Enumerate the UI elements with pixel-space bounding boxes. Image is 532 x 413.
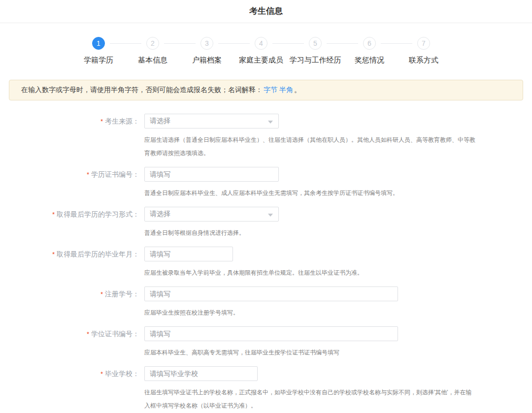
step-label: 联系方式 (409, 56, 438, 65)
warning-text: 在输入数字或字母时，请使用半角字符，否则可能会造成报名失败；名词解释： (21, 86, 263, 95)
field-label-wrap: *学位证书编号： (0, 326, 139, 359)
candidate-source-select[interactable]: 请选择 (144, 114, 279, 128)
stepper: 1 学籍学历 2 基本信息 3 户籍档案 4 家庭主要成员 5 学习与工作经历 … (71, 37, 532, 65)
degree-certificate-number-input[interactable] (144, 326, 398, 341)
field-label-wrap: *学历证书编号： (0, 167, 139, 200)
diploma-certificate-number-input[interactable] (144, 167, 279, 182)
stepper-step-rewards-punishments[interactable]: 6 奖惩情况 (342, 37, 397, 65)
field-label: 取得最后学历的学习形式： (57, 210, 139, 218)
step-label: 学习与工作经历 (290, 56, 341, 65)
chevron-down-icon (268, 121, 273, 124)
step-number-badge: 4 (255, 37, 267, 50)
page-title: 考生信息 (0, 0, 532, 23)
last-education-graduation-date-input[interactable] (144, 247, 233, 261)
step-label: 学籍学历 (84, 56, 113, 65)
field-label: 毕业学校： (105, 370, 139, 378)
stepper-step-family-members[interactable]: 4 家庭主要成员 (234, 37, 288, 65)
field-label: 取得最后学历的毕业年月： (57, 250, 139, 258)
step-label: 基本信息 (138, 56, 167, 65)
field-help-text: 往届生填写毕业证书上的学校名称，正式报名中，如毕业学校中没有自己的学校或学校名称… (144, 386, 475, 413)
step-number-badge: 2 (146, 37, 159, 50)
step-number-badge: 3 (200, 37, 213, 50)
field-label: 学历证书编号： (91, 170, 139, 178)
field-help-text: 应届生请选择（普通全日制应届本科毕业生）、往届生请选择（其他在职人员）。其他人员… (144, 133, 475, 160)
warning-text-period: 。 (294, 86, 301, 95)
last-education-study-form-field: *取得最后学历的学习形式： 请选择 普通全日制等根据自身情况进行选择。 (0, 207, 532, 240)
required-asterisk: * (100, 370, 103, 378)
graduation-school-field: *毕业学校： 往届生填写毕业证书上的学校名称，正式报名中，如毕业学校中没有自己的… (0, 366, 532, 413)
required-asterisk: * (87, 330, 89, 338)
required-asterisk: * (52, 251, 55, 258)
required-asterisk: * (52, 211, 55, 218)
field-help-text: 普通全日制应届本科毕业生、成人应届本科毕业生无需填写，其余考生按学历证书证书编号… (144, 187, 475, 200)
halfwidth-warning-banner: 在输入数字或字母时，请使用半角字符，否则可能会造成报名失败；名词解释： 字节 半… (9, 80, 523, 100)
step-label: 户籍档案 (192, 56, 222, 65)
diploma-certificate-number-field: *学历证书编号： 普通全日制应届本科毕业生、成人应届本科毕业生无需填写，其余考生… (0, 167, 532, 200)
field-label-wrap: *取得最后学历的毕业年月： (0, 247, 139, 280)
select-placeholder: 请选择 (150, 117, 170, 126)
stepper-step-student-status[interactable]: 1 学籍学历 (71, 37, 126, 65)
stepper-step-basic-info[interactable]: 2 基本信息 (126, 37, 180, 65)
step-number-badge: 1 (92, 37, 105, 50)
glossary-link-halfwidth[interactable]: 半角 (279, 86, 293, 95)
step-number-badge: 6 (363, 37, 376, 50)
step-number-badge: 5 (309, 37, 322, 50)
step-label: 家庭主要成员 (239, 56, 283, 65)
stepper-step-study-work-experience[interactable]: 5 学习与工作经历 (288, 37, 342, 65)
candidate-source-field: *考生来源： 请选择 应届生请选择（普通全日制应届本科毕业生）、往届生请选择（其… (0, 114, 532, 160)
step-number-badge: 7 (417, 37, 430, 50)
field-help-text: 应届本科毕业生、高职高专无需填写，往届毕业生按学位证书证书编号填写 (144, 346, 475, 359)
field-label: 考生来源： (105, 117, 139, 125)
field-help-text: 普通全日制等根据自身情况进行选择。 (144, 226, 475, 240)
registered-student-id-input[interactable] (144, 286, 398, 301)
required-asterisk: * (100, 290, 103, 298)
last-education-study-form-select[interactable]: 请选择 (144, 207, 279, 222)
chevron-down-icon (268, 214, 273, 217)
stepper-step-contact-info[interactable]: 7 联系方式 (397, 37, 451, 65)
field-label: 学位证书编号： (91, 330, 139, 338)
field-label: 注册学号： (105, 290, 139, 298)
field-help-text: 应届毕业生按照在校注册学号填写。 (144, 306, 475, 319)
required-asterisk: * (87, 171, 89, 178)
degree-certificate-number-field: *学位证书编号： 应届本科毕业生、高职高专无需填写，往届毕业生按学位证书证书编号… (0, 326, 532, 359)
last-education-graduation-date-field: *取得最后学历的毕业年月： 应届生被录取当年入学前毕业，具体期限有招生单位规定。… (0, 247, 532, 280)
field-help-text: 应届生被录取当年入学前毕业，具体期限有招生单位规定。往届生以毕业证书为准。 (144, 266, 475, 280)
field-label-wrap: *注册学号： (0, 286, 139, 319)
select-placeholder: 请选择 (150, 210, 170, 219)
required-asterisk: * (100, 118, 103, 125)
stepper-step-household-archive[interactable]: 3 户籍档案 (180, 37, 234, 65)
candidate-info-form: *考生来源： 请选择 应届生请选择（普通全日制应届本科毕业生）、往届生请选择（其… (0, 114, 532, 413)
field-label-wrap: *取得最后学历的学习形式： (0, 207, 139, 240)
graduation-school-input[interactable] (144, 366, 258, 381)
glossary-link-byte[interactable]: 字节 (264, 86, 277, 95)
field-label-wrap: *考生来源： (0, 114, 139, 160)
registered-student-id-field: *注册学号： 应届毕业生按照在校注册学号填写。 (0, 286, 532, 319)
step-label: 奖惩情况 (355, 56, 384, 65)
field-label-wrap: *毕业学校： (0, 366, 139, 413)
